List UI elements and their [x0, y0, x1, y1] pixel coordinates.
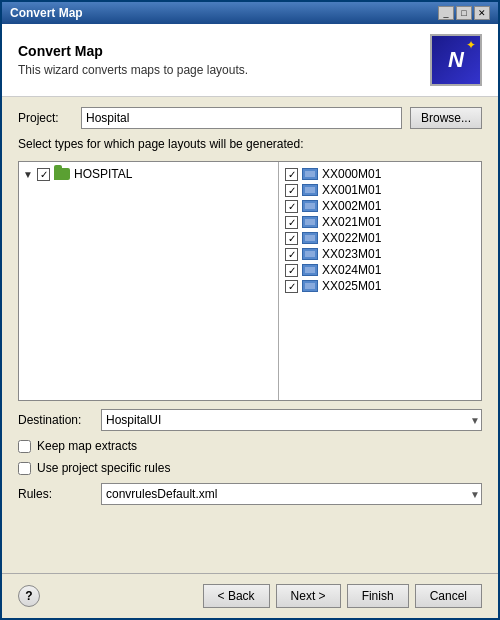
header-text: Convert Map This wizard converts maps to… — [18, 43, 248, 77]
map-icon — [302, 248, 318, 260]
page-title: Convert Map — [18, 43, 248, 59]
maximize-button[interactable]: □ — [456, 6, 472, 20]
keep-extracts-label: Keep map extracts — [37, 439, 137, 453]
use-rules-checkbox[interactable] — [18, 462, 31, 475]
right-item-label: XX022M01 — [322, 231, 381, 245]
rules-label: Rules: — [18, 487, 93, 501]
map-icon — [302, 264, 318, 276]
tree-right-item[interactable]: XX000M01 — [283, 166, 477, 182]
hospital-label: HOSPITAL — [74, 167, 132, 181]
use-rules-label: Use project specific rules — [37, 461, 170, 475]
logo-letter: N — [448, 47, 464, 73]
right-item-label: XX002M01 — [322, 199, 381, 213]
tree-instruction: Select types for which page layouts will… — [18, 137, 482, 151]
map-icon — [302, 232, 318, 244]
tree-right-item[interactable]: XX001M01 — [283, 182, 477, 198]
main-window: Convert Map _ □ ✕ Convert Map This wizar… — [0, 0, 500, 620]
right-item-checkbox[interactable] — [285, 184, 298, 197]
title-bar: Convert Map _ □ ✕ — [2, 2, 498, 24]
map-icon — [302, 216, 318, 228]
map-icon — [302, 280, 318, 292]
project-input[interactable] — [81, 107, 402, 129]
map-icon — [302, 200, 318, 212]
hospital-checkbox[interactable] — [37, 168, 50, 181]
cancel-button[interactable]: Cancel — [415, 584, 482, 608]
right-item-checkbox[interactable] — [285, 216, 298, 229]
minimize-button[interactable]: _ — [438, 6, 454, 20]
right-item-checkbox[interactable] — [285, 280, 298, 293]
right-item-checkbox[interactable] — [285, 200, 298, 213]
right-item-label: XX001M01 — [322, 183, 381, 197]
body-section: Project: Browse... Select types for whic… — [2, 97, 498, 573]
map-icon — [302, 184, 318, 196]
finish-button[interactable]: Finish — [347, 584, 409, 608]
right-item-checkbox[interactable] — [285, 264, 298, 277]
destination-row: Destination: HospitalUI ▼ — [18, 409, 482, 431]
browse-button[interactable]: Browse... — [410, 107, 482, 129]
use-rules-row: Use project specific rules — [18, 461, 482, 475]
tree-left-panel[interactable]: ▼ HOSPITAL — [19, 162, 279, 400]
project-row: Project: Browse... — [18, 107, 482, 129]
logo: N ✦ — [430, 34, 482, 86]
right-item-label: XX023M01 — [322, 247, 381, 261]
rules-row: Rules: convrulesDefault.xml ▼ — [18, 483, 482, 505]
tree-right-item[interactable]: XX002M01 — [283, 198, 477, 214]
right-item-label: XX021M01 — [322, 215, 381, 229]
footer: ? < Back Next > Finish Cancel — [2, 573, 498, 618]
tree-right-panel[interactable]: XX000M01XX001M01XX002M01XX021M01XX022M01… — [279, 162, 481, 400]
logo-star: ✦ — [466, 38, 476, 52]
right-item-label: XX025M01 — [322, 279, 381, 293]
title-controls: _ □ ✕ — [438, 6, 490, 20]
next-button[interactable]: Next > — [276, 584, 341, 608]
destination-select-wrapper: HospitalUI ▼ — [101, 409, 482, 431]
close-button[interactable]: ✕ — [474, 6, 490, 20]
destination-select[interactable]: HospitalUI — [101, 409, 482, 431]
tree-item-hospital[interactable]: ▼ HOSPITAL — [23, 166, 274, 182]
right-item-label: XX000M01 — [322, 167, 381, 181]
tree-right-item[interactable]: XX022M01 — [283, 230, 477, 246]
tree-right-item[interactable]: XX023M01 — [283, 246, 477, 262]
right-item-checkbox[interactable] — [285, 232, 298, 245]
rules-select-wrapper: convrulesDefault.xml ▼ — [101, 483, 482, 505]
tree-right-item[interactable]: XX024M01 — [283, 262, 477, 278]
right-item-checkbox[interactable] — [285, 168, 298, 181]
page-subtitle: This wizard converts maps to page layout… — [18, 63, 248, 77]
tree-right-item[interactable]: XX025M01 — [283, 278, 477, 294]
rules-select[interactable]: convrulesDefault.xml — [101, 483, 482, 505]
footer-buttons: < Back Next > Finish Cancel — [203, 584, 482, 608]
tree-panel: ▼ HOSPITAL XX000M01XX001M01XX002M01XX021… — [18, 161, 482, 401]
keep-extracts-row: Keep map extracts — [18, 439, 482, 453]
map-icon — [302, 168, 318, 180]
back-button[interactable]: < Back — [203, 584, 270, 608]
folder-icon — [54, 168, 70, 180]
right-item-checkbox[interactable] — [285, 248, 298, 261]
destination-label: Destination: — [18, 413, 93, 427]
help-button[interactable]: ? — [18, 585, 40, 607]
project-label: Project: — [18, 111, 73, 125]
keep-extracts-checkbox[interactable] — [18, 440, 31, 453]
window-title: Convert Map — [10, 6, 83, 20]
expand-icon: ▼ — [23, 169, 33, 180]
right-item-label: XX024M01 — [322, 263, 381, 277]
header-section: Convert Map This wizard converts maps to… — [2, 24, 498, 97]
tree-right-item[interactable]: XX021M01 — [283, 214, 477, 230]
